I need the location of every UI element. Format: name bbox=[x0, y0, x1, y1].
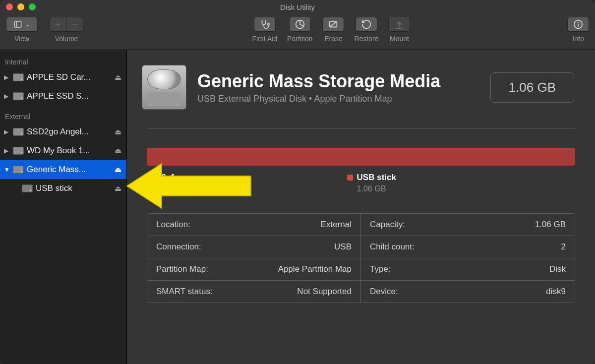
content-pane: Generic Mass Storage Media USB External … bbox=[127, 50, 595, 364]
info-icon bbox=[573, 19, 584, 30]
detail-row-connection: Connection:USB bbox=[147, 236, 361, 258]
eject-icon[interactable]: ⏏ bbox=[115, 184, 121, 193]
disk-details-table: Location:External Capacity:1.06 GB Conne… bbox=[147, 213, 575, 303]
restore-button[interactable] bbox=[356, 17, 377, 32]
mount-button[interactable] bbox=[388, 17, 410, 32]
sidebar-disk-ssd2go[interactable]: ▶ SSD2go Angel... ⏏ bbox=[0, 122, 126, 141]
first-aid-label: First Aid bbox=[252, 35, 278, 43]
svg-point-2 bbox=[267, 23, 269, 25]
sidebar-item-label: WD My Book 1... bbox=[27, 146, 112, 156]
view-label: View bbox=[14, 35, 29, 43]
partition-button[interactable] bbox=[289, 17, 311, 32]
toolbar: ⌄ View ＋ － Volume First Aid Partition bbox=[0, 14, 595, 50]
volume-icon bbox=[22, 184, 33, 192]
sidebar-item-label: APPLE SSD S... bbox=[27, 91, 126, 101]
partition-usage-bar[interactable] bbox=[147, 148, 575, 166]
disk-size-badge: 1.06 GB bbox=[490, 72, 574, 103]
minimize-window-button[interactable] bbox=[17, 3, 24, 10]
legend-size: 1.06 GB bbox=[357, 184, 396, 193]
sidebar-item-label: SSD2go Angel... bbox=[27, 127, 112, 137]
info-label: Info bbox=[572, 35, 584, 43]
remove-volume-button[interactable]: － bbox=[66, 17, 83, 32]
legend-name: USB stick bbox=[357, 173, 396, 182]
mount-icon bbox=[394, 19, 405, 30]
first-aid-button[interactable] bbox=[254, 17, 276, 32]
disclosure-triangle-icon[interactable]: ▶ bbox=[4, 147, 10, 154]
partition-label: Partition bbox=[287, 35, 312, 43]
sidebar-disk-apple-ssd[interactable]: ▶ APPLE SSD S... bbox=[0, 87, 126, 106]
drive-icon bbox=[13, 92, 24, 100]
disk-title: Generic Mass Storage Media bbox=[197, 71, 479, 92]
divider bbox=[147, 128, 575, 129]
eject-icon[interactable]: ⏏ bbox=[115, 146, 121, 155]
sidebar-disk-apple-sd[interactable]: ▶ APPLE SD Car... ⏏ bbox=[0, 68, 126, 87]
detail-row-child-count: Child count:2 bbox=[361, 236, 575, 258]
erase-button[interactable] bbox=[322, 17, 344, 32]
info-button[interactable] bbox=[567, 17, 589, 32]
eject-icon[interactable]: ⏏ bbox=[115, 165, 121, 174]
sidebar-disk-wd-my-book[interactable]: ▶ WD My Book 1... ⏏ bbox=[0, 141, 126, 160]
disclosure-triangle-icon[interactable]: ▼ bbox=[4, 166, 10, 173]
detail-row-capacity: Capacity:1.06 GB bbox=[361, 214, 575, 236]
eject-icon[interactable]: ⏏ bbox=[115, 73, 121, 82]
volume-segmented: ＋ － bbox=[50, 17, 83, 32]
restore-label: Restore bbox=[354, 35, 378, 43]
erase-icon bbox=[328, 19, 339, 30]
sidebar-disk-generic-mass[interactable]: ▼ Generic Mass... ⏏ bbox=[0, 160, 126, 179]
pie-icon bbox=[295, 19, 305, 30]
legend-item-partition-1: k9s1 32 KB bbox=[147, 173, 178, 193]
legend-name: k9s1 bbox=[157, 173, 176, 182]
drive-icon bbox=[13, 128, 24, 136]
sidebar-item-label: Generic Mass... bbox=[27, 165, 112, 175]
disk-subtitle: USB External Physical Disk • Apple Parti… bbox=[197, 94, 479, 104]
view-button[interactable]: ⌄ bbox=[6, 17, 38, 32]
eject-icon[interactable]: ⏏ bbox=[115, 127, 121, 136]
sidebar-item-label: APPLE SD Car... bbox=[27, 72, 112, 82]
detail-row-partition-map: Partition Map:Apple Partition Map bbox=[147, 258, 361, 281]
svg-point-9 bbox=[578, 22, 579, 23]
svg-line-5 bbox=[330, 22, 337, 27]
window-title: Disk Utility bbox=[280, 3, 315, 11]
stethoscope-icon bbox=[259, 19, 270, 30]
chevron-down-icon: ⌄ bbox=[25, 21, 30, 28]
volume-label: Volume bbox=[55, 35, 78, 43]
erase-label: Erase bbox=[324, 35, 343, 43]
legend-size: 32 KB bbox=[157, 184, 178, 193]
partition-legend: k9s1 32 KB USB stick 1.06 GB bbox=[147, 173, 575, 193]
titlebar: Disk Utility bbox=[0, 0, 595, 14]
drive-icon bbox=[13, 166, 24, 174]
sidebar-section-external: External bbox=[0, 110, 126, 122]
legend-swatch-icon bbox=[147, 175, 153, 181]
sidebar: Internal ▶ APPLE SD Car... ⏏ ▶ APPLE SSD… bbox=[0, 50, 127, 364]
mount-label: Mount bbox=[390, 35, 409, 43]
disclosure-triangle-icon[interactable]: ▶ bbox=[4, 74, 10, 81]
legend-swatch-icon bbox=[347, 175, 353, 181]
sidebar-item-label: USB stick bbox=[36, 183, 112, 193]
sidebar-volume-usb-stick[interactable]: USB stick ⏏ bbox=[0, 179, 126, 198]
disclosure-triangle-icon[interactable]: ▶ bbox=[4, 128, 10, 135]
close-window-button[interactable] bbox=[6, 3, 13, 10]
legend-item-partition-2: USB stick 1.06 GB bbox=[347, 173, 396, 193]
detail-row-device: Device:disk9 bbox=[361, 281, 575, 303]
add-volume-button[interactable]: ＋ bbox=[50, 17, 66, 32]
disk-hero-icon bbox=[142, 65, 186, 110]
detail-row-type: Type:Disk bbox=[361, 258, 575, 281]
zoom-window-button[interactable] bbox=[29, 3, 36, 10]
svg-rect-0 bbox=[14, 21, 21, 27]
detail-row-location: Location:External bbox=[147, 214, 361, 236]
sidebar-section-internal: Internal bbox=[0, 55, 126, 68]
drive-icon bbox=[13, 147, 24, 155]
restore-icon bbox=[361, 19, 372, 30]
drive-icon bbox=[13, 73, 24, 81]
detail-row-smart: SMART status:Not Supported bbox=[147, 281, 361, 303]
disclosure-triangle-icon[interactable]: ▶ bbox=[4, 93, 10, 100]
